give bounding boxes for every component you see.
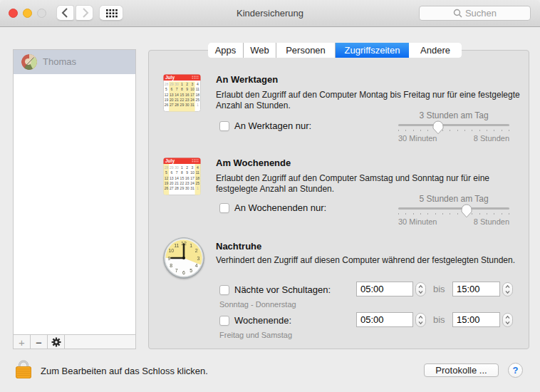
svg-text:19: 19: [165, 181, 169, 185]
svg-text:25: 25: [196, 181, 200, 185]
svg-text:22: 22: [180, 181, 185, 185]
svg-text:29: 29: [170, 165, 174, 170]
svg-text:11: 11: [196, 170, 199, 175]
svg-text:13: 13: [170, 176, 174, 180]
svg-text:10: 10: [190, 87, 194, 91]
svg-text:24: 24: [190, 98, 194, 102]
svg-text:3: 3: [192, 82, 194, 86]
svg-text:7: 7: [176, 87, 178, 91]
svg-text:30: 30: [175, 82, 179, 86]
svg-text:7: 7: [175, 268, 178, 273]
svg-text:11: 11: [174, 243, 179, 248]
svg-text:3: 3: [192, 165, 194, 170]
svg-text:2: 2: [186, 82, 188, 86]
svg-text:16: 16: [185, 176, 189, 180]
svg-text:9: 9: [186, 87, 188, 91]
svg-text:5: 5: [189, 268, 192, 273]
svg-text:27: 27: [170, 103, 174, 107]
svg-text:11: 11: [196, 87, 199, 91]
svg-text:29: 29: [170, 82, 174, 86]
svg-text:1: 1: [197, 103, 199, 107]
svg-text:4: 4: [197, 82, 199, 86]
svg-text:2: 2: [186, 165, 188, 170]
svg-text:31: 31: [190, 103, 194, 107]
svg-text:July: July: [165, 75, 175, 81]
svg-text:25: 25: [196, 98, 200, 102]
svg-text:8: 8: [181, 170, 183, 175]
svg-text:2: 2: [195, 248, 198, 253]
svg-text:18: 18: [196, 176, 200, 180]
svg-text:7: 7: [176, 170, 178, 175]
svg-text:28: 28: [165, 165, 169, 170]
svg-text:27: 27: [170, 186, 174, 190]
svg-text:13: 13: [170, 93, 174, 97]
svg-text:4: 4: [197, 165, 199, 170]
svg-text:15: 15: [180, 93, 185, 97]
svg-text:21: 21: [175, 98, 179, 102]
svg-text:29: 29: [180, 186, 185, 190]
svg-text:1: 1: [189, 243, 192, 248]
svg-text:28: 28: [165, 82, 169, 86]
svg-text:4: 4: [195, 263, 198, 268]
svg-text:9: 9: [168, 256, 171, 261]
svg-text:8: 8: [170, 263, 172, 268]
svg-text:21: 21: [175, 181, 179, 185]
svg-text:19: 19: [165, 98, 169, 102]
svg-text:20: 20: [170, 98, 174, 102]
svg-text:26: 26: [165, 186, 169, 190]
svg-text:6: 6: [170, 170, 172, 175]
svg-text:8: 8: [181, 87, 183, 91]
svg-text:30: 30: [185, 186, 189, 190]
svg-text:20: 20: [170, 181, 174, 185]
svg-text:23: 23: [185, 181, 189, 185]
svg-text:28: 28: [175, 186, 179, 190]
svg-text:14: 14: [175, 176, 179, 180]
svg-text:31: 31: [190, 186, 194, 190]
svg-text:16: 16: [185, 93, 189, 97]
svg-text:18: 18: [196, 93, 200, 97]
svg-text:15: 15: [180, 176, 185, 180]
svg-text:1: 1: [181, 165, 183, 170]
svg-text:22: 22: [180, 98, 185, 102]
svg-text:1: 1: [197, 186, 199, 190]
svg-text:14: 14: [175, 93, 179, 97]
svg-text:6: 6: [170, 87, 172, 91]
svg-text:12: 12: [165, 176, 169, 180]
svg-text:10: 10: [168, 248, 174, 253]
svg-text:1: 1: [181, 82, 183, 86]
svg-text:30: 30: [185, 103, 189, 107]
svg-text:28: 28: [175, 103, 179, 107]
svg-text:6: 6: [182, 270, 185, 275]
svg-text:5: 5: [165, 87, 167, 91]
svg-text:29: 29: [180, 103, 185, 107]
svg-text:3: 3: [197, 256, 200, 261]
svg-text:17: 17: [190, 93, 194, 97]
svg-text:5: 5: [165, 170, 167, 175]
svg-text:12: 12: [165, 93, 169, 97]
svg-text:9: 9: [186, 170, 188, 175]
svg-text:24: 24: [190, 181, 194, 185]
svg-text:17: 17: [190, 176, 194, 180]
svg-text:26: 26: [165, 103, 169, 107]
svg-text:23: 23: [185, 98, 189, 102]
svg-text:10: 10: [190, 170, 194, 175]
svg-text:30: 30: [175, 165, 179, 170]
svg-text:July: July: [165, 158, 175, 164]
